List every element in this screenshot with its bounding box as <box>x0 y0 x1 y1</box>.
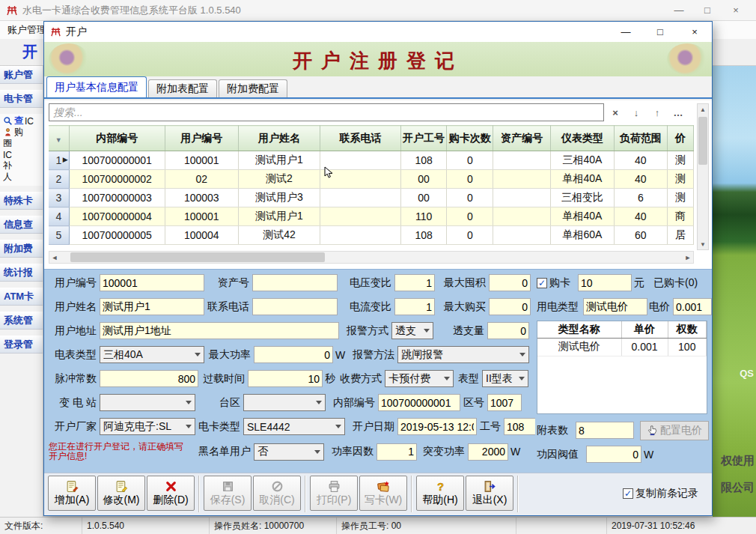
column-header-8[interactable]: 仪表类型 <box>551 126 615 151</box>
column-header-6[interactable]: 购卡次数 <box>447 126 493 151</box>
scroll-down-arrow[interactable]: ▼ <box>700 239 706 249</box>
overdraft-input[interactable] <box>487 322 529 339</box>
sidebar-section-8[interactable]: 系统管 <box>0 312 43 330</box>
table-vertical-scrollbar[interactable]: ▲ ▼ <box>697 103 709 250</box>
help-button[interactable]: ?帮助(H) <box>416 476 464 511</box>
tab-1[interactable]: 用户基本信息配置 <box>46 76 147 97</box>
pulse-const-input[interactable] <box>100 370 198 387</box>
internal-no-input[interactable] <box>378 394 460 411</box>
search-prev-button[interactable]: ↑ <box>647 103 667 121</box>
scroll-right-arrow[interactable]: ► <box>683 254 693 261</box>
station-area-select[interactable] <box>243 394 326 411</box>
column-chooser-button[interactable]: ▼ <box>49 126 69 151</box>
main-close-button[interactable]: × <box>722 2 750 19</box>
sidebar-section-3[interactable]: 特殊卡 <box>0 192 43 210</box>
alarm-mode-select[interactable]: 透支 <box>391 322 433 339</box>
price-col-unit-price[interactable]: 单价 <box>621 321 668 338</box>
pf-threshold-input[interactable] <box>586 446 641 463</box>
card-type-select[interactable]: SLE4442 <box>243 418 345 435</box>
row-header[interactable]: 3 <box>49 189 69 207</box>
area-code-input[interactable] <box>487 394 522 411</box>
main-maximize-button[interactable]: □ <box>693 2 722 19</box>
voltage-ratio-input[interactable] <box>394 274 435 291</box>
address-input[interactable] <box>100 322 339 339</box>
column-header-1[interactable]: 内部编号 <box>69 126 165 151</box>
search-more-button[interactable]: … <box>668 103 688 121</box>
main-minimize-button[interactable]: — <box>665 2 693 19</box>
scroll-up-arrow[interactable]: ▲ <box>700 104 706 115</box>
price-col-name[interactable]: 类型名称 <box>537 321 621 338</box>
current-ratio-input[interactable] <box>394 298 435 315</box>
vendor-select[interactable]: 阿迪克电子:SL <box>100 418 195 435</box>
row-header[interactable]: 1▶ <box>49 151 69 170</box>
meter-type-select[interactable]: 三相40A <box>100 346 204 363</box>
sidebar-section-6[interactable]: 统计报 <box>0 264 43 282</box>
sidebar-section-1[interactable]: 账户管 <box>0 66 43 84</box>
blacklist-select[interactable]: 否 <box>254 443 324 461</box>
search-clear-button[interactable]: × <box>606 103 625 121</box>
sidebar-item[interactable]: 购 <box>3 127 43 138</box>
buy-card-checkbox[interactable]: ✓ <box>537 278 547 288</box>
overload-time-input[interactable] <box>248 370 323 387</box>
scrollbar-thumb[interactable] <box>698 117 707 165</box>
row-header[interactable]: 4 <box>49 207 69 226</box>
table-horizontal-scrollbar[interactable]: ◄ ► <box>49 251 694 264</box>
column-header-7[interactable]: 资产编号 <box>493 126 551 151</box>
asset-no-input[interactable] <box>252 274 338 291</box>
table-row[interactable]: 1▶100700000001100001测试用户11080三相40A40测 <box>49 151 694 170</box>
table-row[interactable]: 3100700000003100003测试用户3000三相变比6测 <box>49 189 694 207</box>
alarm-method-select[interactable]: 跳闸报警 <box>397 346 529 363</box>
toolbar-open-button[interactable]: 开 <box>22 42 37 62</box>
column-header-2[interactable]: 用户编号 <box>165 126 238 151</box>
sidebar-item[interactable]: 补 <box>3 160 43 172</box>
dialog-minimize-button[interactable]: — <box>609 24 643 40</box>
sidebar-item[interactable]: IC <box>3 149 43 160</box>
table-row[interactable]: 210070000000202测试2000单相40A40测 <box>49 170 694 189</box>
max-hoard-input[interactable] <box>489 274 531 291</box>
sidebar-section-2[interactable]: 电卡管 <box>0 90 43 108</box>
search-input[interactable] <box>49 103 604 121</box>
substation-select[interactable] <box>100 394 195 411</box>
column-header-10[interactable]: 价 <box>667 126 693 151</box>
sidebar-item[interactable]: 人 <box>3 172 43 183</box>
max-buy-input[interactable] <box>489 298 531 315</box>
attach-meters-input[interactable] <box>576 422 634 439</box>
price-table-row[interactable]: 测试电价 0.001 100 <box>537 338 707 356</box>
table-row[interactable]: 4100700000004100001测试用户11100单相40A40商 <box>49 207 694 226</box>
max-power-input[interactable] <box>254 346 333 363</box>
tab-2[interactable]: 附加表配置 <box>148 79 217 97</box>
price-input[interactable] <box>673 298 712 315</box>
open-date-input[interactable] <box>397 418 477 435</box>
add-button[interactable]: 增加(A) <box>48 476 96 511</box>
charge-mode-select[interactable]: 卡预付费 <box>385 370 454 387</box>
row-header[interactable]: 2 <box>49 170 69 189</box>
sidebar-item[interactable]: 查IC <box>3 115 43 127</box>
sidebar-section-4[interactable]: 信息查 <box>0 216 43 234</box>
elec-type-input[interactable] <box>583 298 647 315</box>
column-header-9[interactable]: 负荷范围 <box>614 126 667 151</box>
price-col-weight[interactable]: 权数 <box>668 321 707 338</box>
modify-button[interactable]: 修改(M) <box>97 476 145 511</box>
row-header[interactable]: 5 <box>49 226 69 245</box>
delete-button[interactable]: 删除(D) <box>147 476 195 511</box>
search-next-button[interactable]: ↓ <box>627 103 646 121</box>
table-row[interactable]: 5100700000005100004测试421080单相60A60居 <box>49 226 694 245</box>
buy-card-amount-input[interactable] <box>578 274 632 291</box>
column-header-4[interactable]: 联系电话 <box>320 126 400 151</box>
exit-button[interactable]: 退出(X) <box>466 476 513 511</box>
dialog-maximize-button[interactable]: □ <box>643 24 677 40</box>
user-name-input[interactable] <box>100 298 204 315</box>
copy-prev-checkbox[interactable]: ✓ <box>623 488 633 499</box>
menu-item-account[interactable]: 账户管理 <box>7 23 46 37</box>
work-no-input[interactable] <box>504 418 535 435</box>
user-no-input[interactable] <box>100 274 204 291</box>
sidebar-section-9[interactable]: 登录管 <box>0 336 43 354</box>
phone-input[interactable] <box>252 298 338 315</box>
surge-power-input[interactable] <box>468 443 508 461</box>
power-factor-input[interactable] <box>377 443 417 461</box>
scrollbar-thumb[interactable] <box>70 252 325 262</box>
meter-model-select[interactable]: II型表 <box>482 370 528 387</box>
sidebar-item[interactable]: 圈 <box>3 138 43 149</box>
tab-3[interactable]: 附加费配置 <box>219 79 287 97</box>
column-header-3[interactable]: 用户姓名 <box>238 126 320 151</box>
